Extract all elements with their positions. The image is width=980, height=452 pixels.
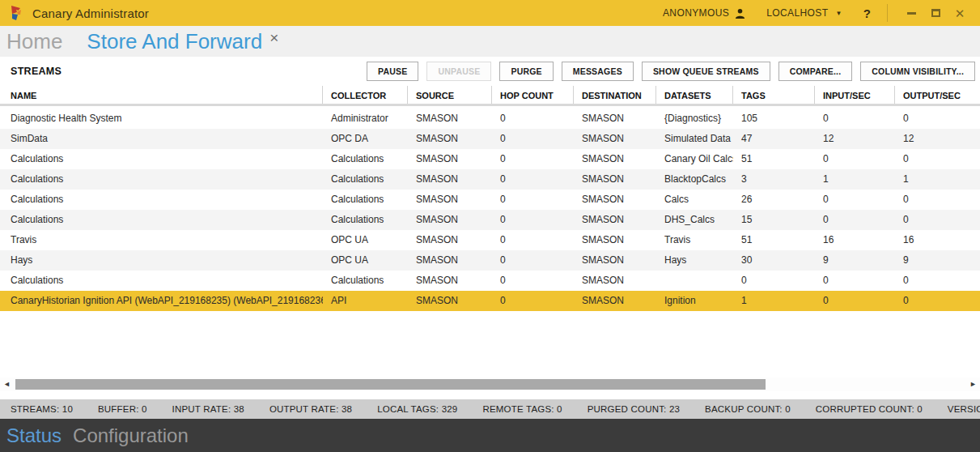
table-cell: OPC DA	[323, 129, 408, 149]
compare-button[interactable]: COMPARE...	[778, 62, 853, 81]
table-cell: Calculations	[0, 169, 323, 190]
table-cell: 0	[492, 250, 574, 271]
table-cell: 12	[815, 129, 895, 149]
table-cell: 0	[733, 271, 815, 291]
table-cell: Canary Oil Calcs	[656, 149, 733, 169]
footer-tab-status[interactable]: Status	[6, 426, 62, 446]
table-cell: Ignition	[656, 291, 733, 311]
minimize-button[interactable]	[899, 2, 923, 23]
table-cell: SMASON	[574, 169, 656, 190]
table-cell: CanaryHistorian Ignition API (WebAPI_219…	[0, 291, 323, 311]
messages-button[interactable]: MESSAGES	[562, 62, 634, 81]
tab-store-and-forward[interactable]: Store And Forward	[87, 31, 262, 52]
table-row[interactable]: TravisOPC UASMASON0SMASONTravis511616	[0, 230, 980, 250]
table-cell: DHS_Calcs	[656, 210, 733, 230]
table-cell: 1	[733, 291, 815, 311]
status-input-rate: INPUT RATE: 38	[172, 404, 244, 414]
table-cell: Calcs	[656, 190, 733, 210]
help-button[interactable]: ?	[863, 6, 871, 20]
table-cell: Hays	[656, 250, 733, 271]
table-row[interactable]: CalculationsCalculationsSMASON0SMASONDHS…	[0, 210, 980, 230]
column-header-input-sec[interactable]: INPUT/SEC	[815, 86, 895, 104]
table-cell: 0	[895, 210, 980, 230]
table-cell: SMASON	[574, 149, 656, 169]
table-cell: 0	[492, 190, 574, 210]
tab-close-icon[interactable]: ×	[269, 29, 278, 47]
table-row[interactable]: SimDataOPC DASMASON0SMASONSimulated Data…	[0, 129, 980, 149]
status-remote-tags: REMOTE TAGS: 0	[482, 404, 562, 414]
show-queue-streams-button[interactable]: SHOW QUEUE STREAMS	[642, 62, 770, 81]
table-row[interactable]: CanaryHistorian Ignition API (WebAPI_219…	[0, 291, 980, 311]
table-cell: 0	[492, 129, 574, 149]
tab-home[interactable]: Home	[6, 31, 62, 52]
table-cell: Diagnostic Health System	[0, 109, 323, 129]
table-cell: {Diagnostics}	[656, 109, 733, 129]
table-cell: 0	[815, 190, 895, 210]
table-cell: OPC UA	[323, 230, 408, 250]
column-header-name[interactable]: NAME	[0, 86, 323, 104]
pause-button[interactable]: PAUSE	[367, 62, 418, 81]
section-title-streams: STREAMS	[11, 66, 62, 77]
footer-tab-configuration[interactable]: Configuration	[73, 426, 189, 446]
column-visibility-button[interactable]: COLUMN VISIBILITY...	[860, 62, 975, 81]
column-header-output-sec[interactable]: OUTPUT/SEC	[895, 86, 980, 104]
purge-button[interactable]: PURGE	[499, 62, 553, 81]
table-cell: API	[323, 291, 408, 311]
table-cell: Travis	[0, 230, 323, 250]
close-button[interactable]: ✕	[948, 2, 972, 23]
user-menu[interactable]: ANONYMOUS	[663, 7, 745, 19]
table-row[interactable]: Diagnostic Health SystemAdministratorSMA…	[0, 109, 980, 129]
table-cell: 105	[733, 109, 815, 129]
scroll-right-icon[interactable]: ►	[969, 379, 977, 390]
table-cell: BlacktopCalcs	[656, 169, 733, 190]
table-cell: SMASON	[408, 271, 492, 291]
column-header-tags[interactable]: TAGS	[733, 86, 815, 104]
table-cell: 12	[895, 129, 980, 149]
table-cell: 15	[733, 210, 815, 230]
status-streams: STREAMS: 10	[11, 404, 73, 414]
page-tab-bar: Home Store And Forward ×	[0, 26, 980, 57]
column-header-destination[interactable]: DESTINATION	[574, 86, 656, 104]
maximize-button[interactable]	[923, 2, 948, 23]
table-cell: 0	[895, 149, 980, 169]
table-cell: SMASON	[574, 291, 656, 311]
table-cell: SMASON	[408, 109, 492, 129]
table-cell: Calculations	[323, 190, 408, 210]
table-cell: 0	[895, 190, 980, 210]
column-header-datasets[interactable]: DATASETS	[656, 86, 733, 104]
table-cell: 0	[895, 291, 980, 311]
table-header: NAME COLLECTOR SOURCE HOP COUNT DESTINAT…	[0, 86, 980, 109]
table-row[interactable]: CalculationsCalculationsSMASON0SMASONBla…	[0, 169, 980, 190]
column-header-collector[interactable]: COLLECTOR	[323, 86, 408, 104]
user-label: ANONYMOUS	[663, 7, 729, 19]
chevron-down-icon: ▼	[836, 10, 842, 17]
table-row[interactable]: CalculationsCalculationsSMASON0SMASONCal…	[0, 190, 980, 210]
table-cell: OPC UA	[323, 250, 408, 271]
table-cell: SMASON	[408, 291, 492, 311]
table-cell: 51	[733, 149, 815, 169]
scroll-left-icon[interactable]: ◄	[3, 379, 11, 390]
status-backup-count: BACKUP COUNT: 0	[705, 404, 791, 414]
horizontal-scrollbar[interactable]: ◄ ►	[0, 377, 980, 391]
status-local-tags: LOCAL TAGS: 329	[377, 404, 457, 414]
table-cell: Administrator	[323, 109, 408, 129]
table-cell: SMASON	[574, 271, 656, 291]
table-body: Diagnostic Health SystemAdministratorSMA…	[0, 109, 980, 311]
table-row[interactable]: HaysOPC UASMASON0SMASONHays3099	[0, 250, 980, 271]
table-cell	[656, 271, 733, 291]
column-header-source[interactable]: SOURCE	[408, 86, 492, 104]
host-selector[interactable]: LOCALHOST ▼	[766, 7, 842, 19]
table-cell: 0	[492, 271, 574, 291]
column-header-hop-count[interactable]: HOP COUNT	[492, 86, 574, 104]
table-row[interactable]: CalculationsCalculationsSMASON0SMASON000	[0, 271, 980, 291]
window-title: Canary Administrator	[32, 6, 149, 20]
streams-toolbar: STREAMS PAUSE UNPAUSE PURGE MESSAGES SHO…	[0, 57, 980, 86]
scrollbar-thumb[interactable]	[15, 379, 766, 390]
table-row[interactable]: CalculationsCalculationsSMASON0SMASONCan…	[0, 149, 980, 169]
table-cell: SMASON	[408, 169, 492, 190]
host-label: LOCALHOST	[766, 7, 828, 19]
status-purged-count: PURGED COUNT: 23	[588, 404, 680, 414]
table-cell: Calculations	[323, 210, 408, 230]
person-icon	[735, 8, 745, 19]
table-cell: Calculations	[0, 210, 323, 230]
